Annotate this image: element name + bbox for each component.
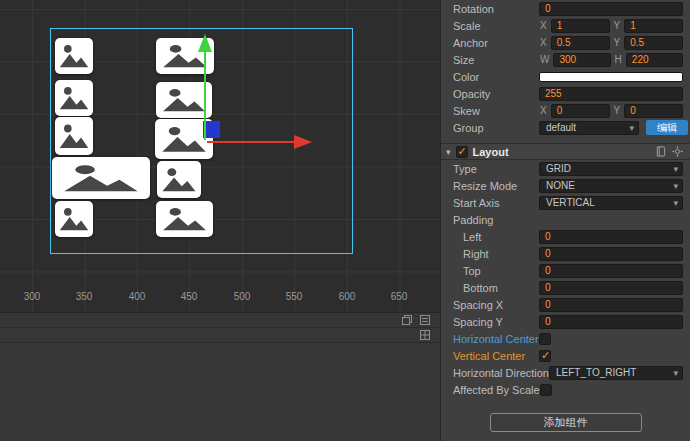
size-w-axis-label: W bbox=[539, 54, 550, 65]
padding-right-input[interactable]: 0 bbox=[539, 247, 683, 261]
padding-bottom-row: Bottom 0 bbox=[441, 279, 690, 296]
spacing-x-row: Spacing X 0 bbox=[441, 296, 690, 313]
padding-top-row: Top 0 bbox=[441, 262, 690, 279]
color-row: Color bbox=[441, 68, 690, 85]
vertical-center-label: Vertical Center bbox=[453, 350, 539, 362]
transform-gizmo bbox=[0, 0, 441, 312]
group-row: Group default 编辑 bbox=[441, 119, 690, 136]
rotation-label: Rotation bbox=[453, 3, 539, 15]
bottom-dock-panel bbox=[0, 312, 441, 441]
editor-window: 300350400450500550600650 Rotation bbox=[0, 0, 690, 441]
horizontal-center-checkbox[interactable] bbox=[539, 333, 551, 345]
docs-icon[interactable] bbox=[655, 146, 666, 157]
horizontal-direction-dropdown[interactable]: LEFT_TO_RIGHT bbox=[549, 366, 683, 380]
padding-left-label: Left bbox=[453, 231, 539, 243]
size-h-input[interactable]: 220 bbox=[626, 53, 683, 67]
vertical-center-row: Vertical Center bbox=[441, 347, 690, 364]
gizmo-x-arrowhead-icon[interactable] bbox=[294, 135, 312, 149]
start-axis-dropdown[interactable]: VERTICAL bbox=[539, 196, 683, 210]
skew-x-input[interactable]: 0 bbox=[551, 104, 610, 118]
opacity-label: Opacity bbox=[453, 88, 539, 100]
padding-top-label: Top bbox=[453, 265, 539, 277]
padding-bottom-input[interactable]: 0 bbox=[539, 281, 683, 295]
layout-type-row: Type GRID bbox=[441, 160, 690, 177]
scene-canvas[interactable]: 300350400450500550600650 bbox=[0, 0, 441, 312]
canvas-ruler: 300350400450500550600650 bbox=[0, 291, 440, 305]
dock-subheader-bar bbox=[0, 328, 440, 343]
skew-row: Skew X 0 Y 0 bbox=[441, 102, 690, 119]
anchor-y-input[interactable]: 0.5 bbox=[624, 36, 683, 50]
skew-x-axis-label: X bbox=[539, 105, 548, 116]
ruler-tick: 550 bbox=[280, 291, 308, 302]
padding-top-input[interactable]: 0 bbox=[539, 264, 683, 278]
size-row: Size W 300 H 220 bbox=[441, 51, 690, 68]
ruler-tick: 600 bbox=[333, 291, 361, 302]
spacing-x-input[interactable]: 0 bbox=[539, 298, 683, 312]
scale-y-input[interactable]: 1 bbox=[624, 19, 683, 33]
panel-restore-icon[interactable] bbox=[402, 315, 412, 325]
skew-label: Skew bbox=[453, 105, 539, 117]
padding-right-label: Right bbox=[453, 248, 539, 260]
collapse-caret-icon[interactable]: ▾ bbox=[446, 147, 451, 157]
inspector-panel: Rotation 0 Scale X 1 Y 1 Anchor X 0.5 Y … bbox=[441, 0, 690, 441]
padding-row: Padding bbox=[441, 211, 690, 228]
group-edit-button[interactable]: 编辑 bbox=[646, 120, 688, 135]
padding-left-row: Left 0 bbox=[441, 228, 690, 245]
resize-mode-row: Resize Mode NONE bbox=[441, 177, 690, 194]
start-axis-label: Start Axis bbox=[453, 197, 539, 209]
opacity-input[interactable]: 255 bbox=[539, 87, 683, 101]
size-h-axis-label: H bbox=[614, 54, 623, 65]
color-label: Color bbox=[453, 71, 539, 83]
ruler-tick: 400 bbox=[123, 291, 151, 302]
layout-type-dropdown[interactable]: GRID bbox=[539, 162, 683, 176]
layout-section-header[interactable]: ▾ Layout bbox=[441, 143, 690, 160]
ruler-tick: 300 bbox=[18, 291, 46, 302]
vertical-center-checkbox[interactable] bbox=[539, 350, 551, 362]
group-label: Group bbox=[453, 122, 539, 134]
affected-by-scale-checkbox[interactable] bbox=[540, 384, 552, 396]
horizontal-direction-label: Horizontal Direction bbox=[453, 367, 549, 379]
panel-grid-icon[interactable] bbox=[420, 330, 430, 340]
ruler-tick: 500 bbox=[228, 291, 256, 302]
size-w-input[interactable]: 300 bbox=[553, 53, 610, 67]
color-swatch[interactable] bbox=[539, 72, 683, 82]
scale-row: Scale X 1 Y 1 bbox=[441, 17, 690, 34]
panel-menu-icon[interactable] bbox=[420, 315, 430, 325]
affected-by-scale-label: Affected By Scale bbox=[453, 384, 540, 396]
resize-mode-label: Resize Mode bbox=[453, 180, 539, 192]
anchor-row: Anchor X 0.5 Y 0.5 bbox=[441, 34, 690, 51]
ruler-tick: 650 bbox=[385, 291, 413, 302]
spacing-y-row: Spacing Y 0 bbox=[441, 313, 690, 330]
gear-icon[interactable] bbox=[672, 146, 683, 157]
ruler-tick: 450 bbox=[175, 291, 203, 302]
scale-x-input[interactable]: 1 bbox=[551, 19, 610, 33]
affected-by-scale-row: Affected By Scale bbox=[441, 381, 690, 398]
horizontal-center-label: Horizontal Center bbox=[453, 333, 539, 345]
spacing-y-input[interactable]: 0 bbox=[539, 315, 683, 329]
padding-left-input[interactable]: 0 bbox=[539, 230, 683, 244]
padding-bottom-label: Bottom bbox=[453, 282, 539, 294]
resize-mode-dropdown[interactable]: NONE bbox=[539, 179, 683, 193]
opacity-row: Opacity 255 bbox=[441, 85, 690, 102]
horizontal-direction-row: Horizontal Direction LEFT_TO_RIGHT bbox=[441, 364, 690, 381]
layout-enabled-checkbox[interactable] bbox=[456, 146, 468, 158]
padding-right-row: Right 0 bbox=[441, 245, 690, 262]
skew-y-input[interactable]: 0 bbox=[624, 104, 683, 118]
group-dropdown[interactable]: default bbox=[539, 121, 639, 135]
dock-header-bar bbox=[0, 313, 440, 328]
scale-y-axis-label: Y bbox=[613, 20, 622, 31]
size-label: Size bbox=[453, 54, 539, 66]
horizontal-center-row: Horizontal Center bbox=[441, 330, 690, 347]
start-axis-row: Start Axis VERTICAL bbox=[441, 194, 690, 211]
layout-section-title: Layout bbox=[473, 146, 650, 158]
spacing-x-label: Spacing X bbox=[453, 299, 539, 311]
spacing-y-label: Spacing Y bbox=[453, 316, 539, 328]
scale-x-axis-label: X bbox=[539, 20, 548, 31]
rotation-row: Rotation 0 bbox=[441, 0, 690, 17]
anchor-x-axis-label: X bbox=[539, 37, 548, 48]
add-component-button[interactable]: 添加组件 bbox=[490, 413, 642, 432]
anchor-label: Anchor bbox=[453, 37, 539, 49]
anchor-x-input[interactable]: 0.5 bbox=[551, 36, 610, 50]
gizmo-y-arrowhead-icon[interactable] bbox=[198, 34, 212, 52]
rotation-input[interactable]: 0 bbox=[539, 2, 683, 16]
